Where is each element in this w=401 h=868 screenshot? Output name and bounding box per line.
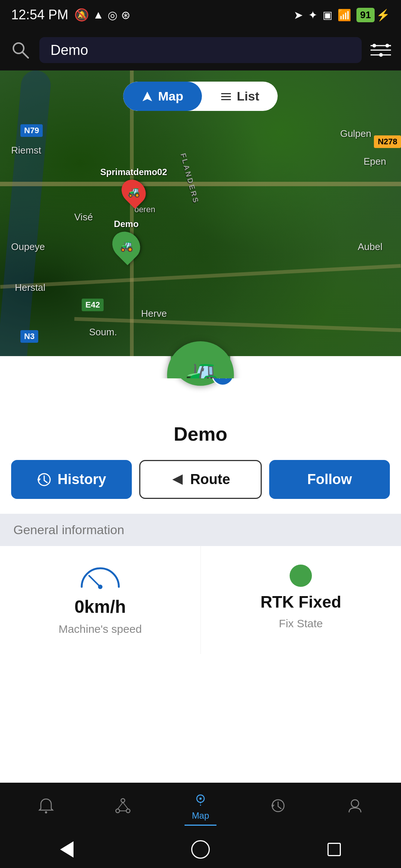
search-icon[interactable] <box>7 37 33 63</box>
route-button[interactable]: Route <box>139 460 262 499</box>
mute-icon: 🔕 <box>74 8 89 22</box>
map-label-vise: Visé <box>74 211 93 223</box>
list-view-button[interactable]: List <box>202 82 278 111</box>
svg-rect-14 <box>221 99 231 100</box>
list-button-label: List <box>237 89 259 103</box>
road-label-n278: N278 <box>374 135 401 148</box>
device-name: Demo <box>0 419 401 445</box>
nav-map[interactable]: Map <box>185 788 217 826</box>
svg-marker-11 <box>143 92 152 101</box>
speed-gauge-icon <box>78 565 123 591</box>
rtk-status-dot <box>290 565 312 587</box>
road-label-n79: N79 <box>20 124 43 137</box>
map-label-aubel: Aubel <box>358 241 383 253</box>
svg-line-25 <box>118 802 123 809</box>
system-back-button[interactable] <box>54 836 80 862</box>
navigation-icon: ▲ <box>93 9 104 21</box>
bottom-nav: Map <box>0 783 401 831</box>
fix-state-card: RTK Fixed Fix State <box>201 546 401 654</box>
map-label-soum: Soum. <box>89 326 117 338</box>
marker-sprimatdemo02[interactable]: Sprimatdemo02 🚜 oeren <box>100 167 167 214</box>
general-info-header: General information <box>0 514 401 546</box>
history-button-label: History <box>58 471 106 487</box>
map-label-gulpen: Gulpen <box>340 128 371 139</box>
system-home-button[interactable] <box>188 836 213 862</box>
rtk-value: RTK Fixed <box>260 593 341 611</box>
battery-container: 91 ⚡ <box>356 8 390 22</box>
pin-red-sprimatdemo02: 🚜 <box>117 175 151 209</box>
speed-label: Machine's speed <box>59 623 142 635</box>
road-label-e42: E42 <box>82 299 104 311</box>
rtk-label: Fix State <box>279 617 323 630</box>
route-button-label: Route <box>190 471 230 487</box>
nav-profile[interactable] <box>339 794 371 820</box>
status-bar: 12:54 PM 🔕 ▲ ◎ ⊛ ➤ ✦ ▣ 📶 91 ⚡ <box>0 0 401 30</box>
wifi-icon: 📶 <box>338 9 351 22</box>
action-buttons: History Route Follow <box>11 460 390 499</box>
map-tractor-icon: 🚜 <box>182 357 219 378</box>
svg-rect-13 <box>221 96 231 97</box>
filter-button[interactable] <box>368 37 394 63</box>
history-button[interactable]: History <box>11 460 132 499</box>
map-label-herstal: Herstal <box>15 282 45 293</box>
search-input[interactable] <box>50 42 351 58</box>
gps-icon: ➤ <box>294 9 303 22</box>
nav-history[interactable] <box>263 794 294 820</box>
map-label-herve: Herve <box>141 308 167 319</box>
marker-demo-label: Demo <box>114 219 139 229</box>
charging-icon: ⚡ <box>376 9 390 22</box>
speed-card: 0km/h Machine's speed <box>0 546 201 654</box>
location-icon: ⊛ <box>121 9 130 22</box>
sim-icon: ▣ <box>323 9 332 21</box>
speed-value: 0km/h <box>74 596 126 617</box>
follow-button[interactable]: Follow <box>269 460 390 499</box>
map-label-epen: Epen <box>363 156 386 167</box>
bluetooth-icon: ✦ <box>308 9 317 22</box>
follow-button-label: Follow <box>307 471 352 487</box>
nav-connections[interactable] <box>107 794 138 820</box>
map-button-label: Map <box>158 89 183 103</box>
svg-point-22 <box>121 799 125 802</box>
svg-line-26 <box>123 802 128 809</box>
system-recents-button[interactable] <box>321 836 347 862</box>
map-area[interactable]: FLANDERS Riemst Gulpen Epen Oupeye Visé … <box>0 70 401 378</box>
nav-map-label: Map <box>192 811 209 821</box>
view-toggle: Map List <box>123 82 278 111</box>
map-label-oupeye: Oupeye <box>11 241 45 253</box>
battery-level: 91 <box>356 8 375 22</box>
map-view-button[interactable]: Map <box>123 82 202 111</box>
time-display: 12:54 PM <box>11 7 68 23</box>
svg-point-21 <box>45 811 47 813</box>
svg-rect-12 <box>221 93 231 94</box>
road-label-n3: N3 <box>20 330 38 343</box>
pin-green-demo: 🚜 <box>107 226 146 265</box>
svg-line-1 <box>22 52 28 58</box>
nav-alerts[interactable] <box>30 794 62 820</box>
search-input-wrapper[interactable] <box>39 37 362 63</box>
maps-icon: ◎ <box>108 9 117 22</box>
info-cards: 0km/h Machine's speed RTK Fixed Fix Stat… <box>0 546 401 654</box>
svg-point-29 <box>199 798 202 800</box>
svg-line-20 <box>89 576 100 587</box>
map-background: FLANDERS Riemst Gulpen Epen Oupeye Visé … <box>0 70 401 378</box>
search-bar <box>0 30 401 70</box>
svg-point-24 <box>126 809 130 813</box>
marker-demo[interactable]: Demo 🚜 <box>113 219 139 260</box>
map-label-riemst: Riemst <box>11 145 41 156</box>
svg-point-23 <box>116 809 120 813</box>
bottom-panel: 🚜 Demo History Route <box>0 356 401 805</box>
svg-marker-18 <box>172 474 183 485</box>
marker-sprimatdemo02-label: Sprimatdemo02 <box>100 167 167 177</box>
svg-point-31 <box>351 800 359 807</box>
system-nav <box>0 831 401 868</box>
